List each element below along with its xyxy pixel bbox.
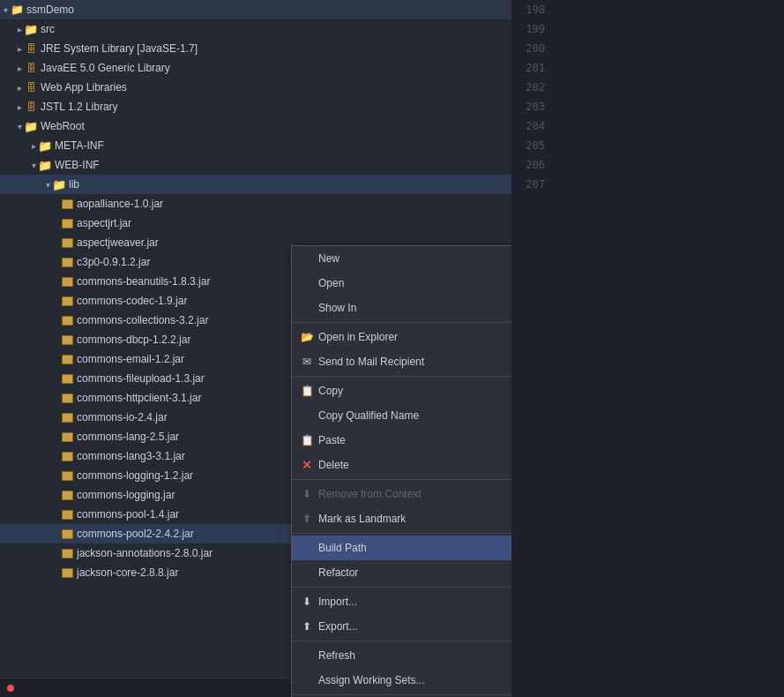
tree-label: WebRoot — [41, 120, 85, 132]
tree-item-webapp-libs[interactable]: ▸🗄Web App Libraries — [0, 78, 511, 97]
expand-arrow: ▾ — [4, 5, 8, 15]
context-menu: New▶OpenF3Show InAlt+Shift+W▶📂Open in Ex… — [291, 245, 511, 697]
tree-item-javaee[interactable]: ▸🗄JavaEE 5.0 Generic Library — [0, 58, 511, 78]
tree-label: aspectjweaver.jar — [77, 236, 159, 249]
menu-item-copy[interactable]: 📋CopyCtrl+C — [292, 378, 511, 403]
menu-item-build-path[interactable]: Build Path▶Add to Build Path — [292, 536, 511, 560]
menu-item-new[interactable]: New▶ — [292, 246, 511, 271]
menu-item-assign-working-sets[interactable]: Assign Working Sets... — [292, 668, 511, 693]
menu-icon-build-path — [299, 540, 315, 556]
line-row-200: 200 — [511, 39, 784, 58]
tree-item-jre[interactable]: ▸🗄JRE System Library [JavaSE-1.7] — [0, 39, 511, 58]
line-number-199: 199 — [511, 23, 556, 35]
jar-icon — [60, 333, 74, 347]
line-row-199: 199 — [511, 19, 784, 39]
tree-item-meta-inf[interactable]: ▸📁META-INF — [0, 136, 511, 155]
tree-label: WEB-INF — [55, 159, 100, 171]
tree-item-ssmdemo[interactable]: ▾📁ssmDemo — [0, 0, 511, 19]
menu-item-refactor[interactable]: RefactorAlt+Shift+T▶ — [292, 560, 511, 585]
tree-label: JRE System Library [JavaSE-1.7] — [41, 42, 198, 55]
label-mark-landmark: Mark as Landmark — [318, 513, 511, 525]
line-number-204: 204 — [511, 120, 556, 132]
menu-separator-3 — [292, 322, 511, 323]
menu-item-open[interactable]: OpenF3 — [292, 271, 511, 296]
menu-separator-6 — [292, 376, 511, 377]
tree-label: commons-lang-2.5.jar — [77, 431, 179, 443]
tree-label: lib — [69, 178, 79, 191]
menu-item-paste[interactable]: 📋PasteCtrl+V — [292, 428, 511, 453]
menu-item-export[interactable]: ⬆Export... — [292, 614, 511, 639]
menu-item-delete[interactable]: ✕DeleteDelete — [292, 453, 511, 477]
menu-separator-17 — [292, 587, 511, 588]
line-number-203: 203 — [511, 101, 556, 113]
tree-label: commons-lang3-3.1.jar — [77, 450, 185, 462]
jar-icon — [60, 313, 74, 327]
label-import: Import... — [318, 596, 511, 608]
tree-label: commons-logging-1.2.jar — [77, 469, 193, 482]
menu-item-open-explorer[interactable]: 📂Open in Explorer — [292, 325, 511, 349]
jar-icon — [60, 216, 74, 230]
tree-item-jar2[interactable]: aspectjrt.jar — [0, 214, 511, 233]
tree-item-jstl[interactable]: ▸🗄JSTL 1.2 Library — [0, 97, 511, 116]
menu-icon-import: ⬇ — [299, 594, 315, 610]
menu-icon-delete: ✕ — [299, 457, 315, 473]
label-export: Export... — [318, 620, 511, 633]
label-open-explorer: Open in Explorer — [318, 331, 511, 343]
menu-icon-paste: 📋 — [299, 432, 315, 448]
jar-icon — [60, 255, 74, 269]
menu-separator-23 — [292, 694, 511, 695]
menu-icon-assign-working-sets — [299, 672, 315, 688]
menu-icon-show-in — [299, 300, 315, 316]
tree-label: commons-dbcp-1.2.2.jar — [77, 334, 190, 346]
tree-item-lib[interactable]: ▾📁lib — [0, 175, 511, 194]
file-tree-panel: ▾📁ssmDemo▸📁src▸🗄JRE System Library [Java… — [0, 0, 511, 697]
tree-item-jar1[interactable]: aopalliance-1.0.jar — [0, 194, 511, 214]
label-refresh: Refresh — [318, 649, 511, 662]
line-row-205: 205 — [511, 136, 784, 155]
folder-icon: 📁 — [24, 119, 38, 133]
menu-icon-send-mail: ✉ — [299, 354, 315, 370]
line-row-203: 203 — [511, 97, 784, 116]
expand-arrow: ▾ — [18, 122, 22, 131]
menu-item-refresh[interactable]: RefreshF5 — [292, 643, 511, 668]
lib-icon: 🗄 — [24, 80, 38, 94]
project-icon: 📁 — [10, 3, 24, 17]
line-number-201: 201 — [511, 62, 556, 74]
line-number-206: 206 — [511, 159, 556, 171]
line-row-206: 206 — [511, 155, 784, 175]
tree-item-web-inf[interactable]: ▾📁WEB-INF — [0, 155, 511, 175]
jar-icon — [60, 294, 74, 308]
label-copy-qualified: Copy Qualified Name — [318, 409, 511, 422]
tree-label: commons-beanutils-1.8.3.jar — [77, 275, 210, 288]
tree-item-webroot[interactable]: ▾📁WebRoot — [0, 116, 511, 136]
menu-item-remove-context[interactable]: ⬇Remove from ContextCtrl+Alt+Shift+Down — [292, 482, 511, 506]
label-assign-working-sets: Assign Working Sets... — [318, 674, 511, 686]
line-row-207: 207 — [511, 175, 784, 194]
menu-item-mark-landmark[interactable]: ⬆Mark as LandmarkCtrl+Alt+Shift+Up — [292, 506, 511, 531]
label-new: New — [318, 252, 511, 265]
tree-item-src[interactable]: ▸📁src — [0, 19, 511, 39]
code-lines: 199200201202203204205206207 — [511, 19, 784, 194]
jar-icon — [60, 546, 74, 560]
menu-item-send-mail[interactable]: ✉Send to Mail Recipient — [292, 349, 511, 374]
image-preview-tab[interactable] — [7, 685, 18, 692]
line-number-205: 205 — [511, 139, 556, 152]
folder-icon: 📁 — [38, 158, 52, 172]
jar-icon — [60, 430, 74, 444]
tree-label: JSTL 1.2 Library — [41, 101, 118, 113]
line-number-198: 198 — [511, 4, 556, 16]
expand-arrow: ▸ — [18, 25, 22, 34]
menu-icon-copy: 📋 — [299, 383, 315, 399]
tree-label: commons-pool-1.4.jar — [77, 508, 179, 521]
tree-label: commons-codec-1.9.jar — [77, 295, 187, 307]
jar-icon — [60, 488, 74, 502]
editor-header-row: 198 — [511, 0, 784, 19]
menu-item-show-in[interactable]: Show InAlt+Shift+W▶ — [292, 296, 511, 320]
jar-icon — [60, 236, 74, 250]
jar-icon — [60, 197, 74, 211]
menu-icon-export: ⬆ — [299, 618, 315, 634]
menu-item-import[interactable]: ⬇Import... — [292, 589, 511, 614]
tree-label: jackson-core-2.8.8.jar — [77, 566, 178, 579]
menu-separator-11 — [292, 479, 511, 480]
menu-item-copy-qualified[interactable]: Copy Qualified Name — [292, 403, 511, 428]
